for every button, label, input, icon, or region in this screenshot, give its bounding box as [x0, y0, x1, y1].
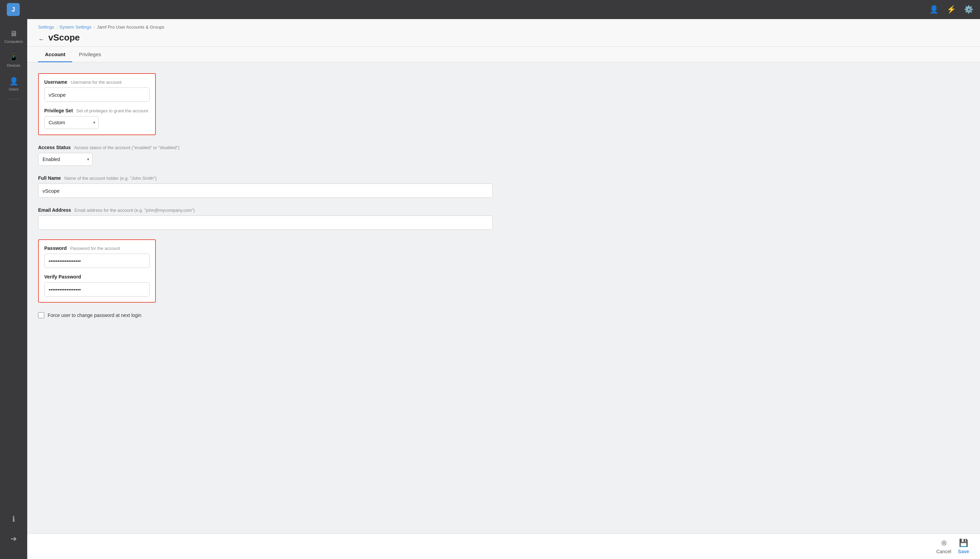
tabs-row: Account Privileges: [27, 46, 980, 62]
breadcrumb-system-settings[interactable]: System Settings: [59, 25, 92, 30]
password-hint: Password for the account: [70, 246, 120, 251]
form-content: Username Username for the account Privil…: [27, 62, 503, 356]
main-layout: 🖥 Computers 📱 Devices 👤 Users ℹ ➔ Settin…: [0, 19, 980, 559]
password-label: Password: [44, 245, 67, 251]
sidebar-bottom: ℹ ➔: [0, 510, 27, 554]
tab-account[interactable]: Account: [38, 46, 72, 62]
cancel-label: Cancel: [936, 549, 952, 554]
sidebar-item-users-label: Users: [9, 87, 19, 91]
privilege-set-label-row: Privilege Set Set of privileges to grant…: [44, 108, 150, 113]
access-status-label-row: Access Status Access status of the accou…: [38, 145, 493, 150]
access-status-label: Access Status: [38, 145, 71, 150]
save-label: Save: [958, 549, 969, 554]
sidebar-item-computers-label: Computers: [5, 40, 23, 44]
email-section: Email Address Email address for the acco…: [38, 207, 493, 230]
lightning-icon[interactable]: ⚡: [947, 5, 956, 14]
cancel-button[interactable]: ⊗ Cancel: [936, 539, 952, 554]
user-icon[interactable]: 👤: [929, 5, 939, 14]
username-hint: Username for the account: [71, 79, 122, 85]
breadcrumb-settings[interactable]: Settings: [38, 25, 54, 30]
sidebar-item-devices-label: Devices: [7, 63, 20, 68]
cancel-icon: ⊗: [941, 539, 947, 547]
full-name-label-row: Full Name Name of the account holder (e.…: [38, 175, 493, 181]
username-label-row: Username Username for the account: [44, 79, 150, 85]
verify-password-label-row: Verify Password: [44, 274, 150, 280]
access-status-select[interactable]: Enabled Disabled: [38, 153, 92, 166]
tab-privileges[interactable]: Privileges: [72, 46, 108, 62]
settings-gear-icon[interactable]: ⚙️: [964, 5, 973, 14]
sidebar-divider: [7, 99, 20, 99]
verify-password-label: Verify Password: [44, 274, 81, 280]
email-input[interactable]: [38, 215, 493, 230]
full-name-label: Full Name: [38, 175, 61, 181]
access-status-hint: Access status of the account ("enabled" …: [74, 145, 180, 150]
breadcrumb: Settings : System Settings › Jamf Pro Us…: [38, 25, 969, 30]
force-change-row: Force user to change password at next lo…: [38, 312, 493, 318]
breadcrumb-sep2: ›: [94, 25, 95, 30]
breadcrumb-sep1: :: [56, 25, 58, 30]
app-logo[interactable]: J: [7, 3, 20, 16]
sidebar-item-devices[interactable]: 📱 Devices: [0, 48, 27, 72]
full-name-hint: Name of the account holder (e.g. "John S…: [64, 176, 157, 181]
verify-password-input[interactable]: [44, 282, 150, 296]
save-icon: 💾: [959, 539, 968, 547]
username-label: Username: [44, 79, 68, 85]
content-area: Settings : System Settings › Jamf Pro Us…: [27, 19, 980, 559]
username-input[interactable]: [44, 88, 150, 102]
force-change-checkbox[interactable]: [38, 312, 44, 318]
full-name-input[interactable]: [38, 184, 493, 198]
sidebar-item-logout[interactable]: ➔: [0, 530, 27, 548]
privilege-set-label: Privilege Set: [44, 108, 73, 113]
privilege-set-wrapper: Custom Administrator Auditor Enrollment …: [44, 116, 99, 129]
access-status-section: Access Status Access status of the accou…: [38, 145, 493, 166]
email-label: Email Address: [38, 207, 71, 213]
sidebar-item-computers[interactable]: 🖥 Computers: [0, 25, 27, 48]
full-name-section: Full Name Name of the account holder (e.…: [38, 175, 493, 198]
email-hint: Email address for the account (e.g. "joh…: [74, 208, 195, 213]
devices-icon: 📱: [9, 53, 18, 62]
sidebar: 🖥 Computers 📱 Devices 👤 Users ℹ ➔: [0, 19, 27, 559]
password-input[interactable]: [44, 254, 150, 268]
force-change-label: Force user to change password at next lo…: [48, 313, 142, 318]
page-title: vScope: [48, 32, 80, 46]
password-section: Password Password for the account Verify…: [38, 239, 156, 303]
save-button[interactable]: 💾 Save: [958, 539, 969, 554]
page-header: Settings : System Settings › Jamf Pro Us…: [27, 19, 980, 46]
info-icon: ℹ: [12, 515, 15, 524]
email-label-row: Email Address Email address for the acco…: [38, 207, 493, 213]
topbar: J 👤 ⚡ ⚙️: [0, 0, 980, 19]
topbar-actions: 👤 ⚡ ⚙️: [929, 5, 973, 14]
users-icon: 👤: [9, 77, 18, 86]
sidebar-item-users[interactable]: 👤 Users: [0, 72, 27, 96]
page-title-row: ← vScope: [38, 32, 969, 46]
access-status-wrapper: Enabled Disabled ▾: [38, 153, 92, 166]
bottom-bar: ⊗ Cancel 💾 Save: [27, 533, 980, 559]
back-button[interactable]: ←: [38, 35, 45, 43]
privilege-set-select[interactable]: Custom Administrator Auditor Enrollment …: [44, 116, 99, 129]
computers-icon: 🖥: [10, 29, 17, 38]
password-label-row: Password Password for the account: [44, 245, 150, 251]
username-privilege-section: Username Username for the account Privil…: [38, 73, 156, 135]
breadcrumb-page: Jamf Pro User Accounts & Groups: [97, 25, 164, 30]
privilege-set-hint: Set of privileges to grant the account: [76, 108, 148, 113]
sidebar-item-info[interactable]: ℹ: [0, 510, 27, 528]
logout-icon: ➔: [10, 534, 16, 543]
